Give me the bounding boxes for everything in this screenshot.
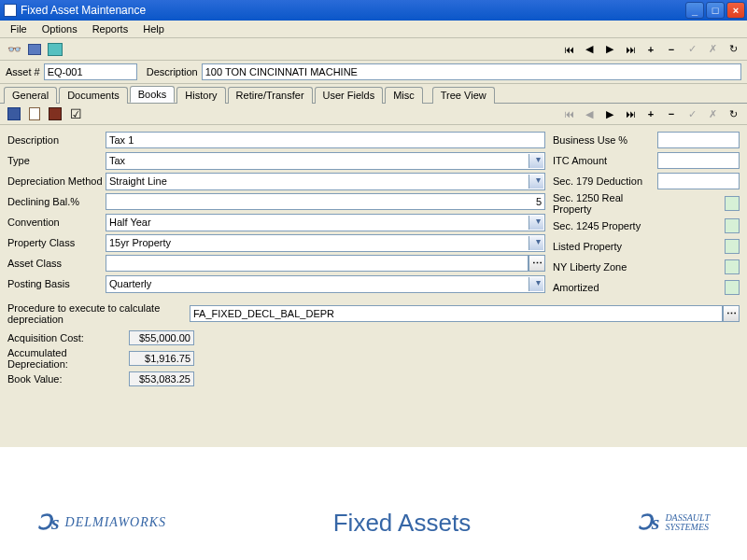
search-icon[interactable] <box>5 41 23 58</box>
field-description[interactable] <box>106 132 545 148</box>
sub-nav-refresh[interactable] <box>724 105 742 122</box>
sheet-icon[interactable] <box>25 105 44 122</box>
label-description: Description <box>7 134 106 146</box>
books-form: Description Type Depreciation Method Dec… <box>0 125 747 447</box>
tab-misc[interactable]: Misc <box>385 87 423 104</box>
main-toolbar <box>0 38 747 61</box>
check-nylz[interactable] <box>725 259 740 274</box>
field-prop-class[interactable] <box>106 234 545 252</box>
field-dep-method[interactable] <box>106 173 545 190</box>
field-declining[interactable] <box>106 193 545 210</box>
nav-cancel-button[interactable] <box>703 41 722 58</box>
tab-books[interactable]: Books <box>130 86 176 103</box>
label-declining: Declining Bal.% <box>7 196 106 207</box>
sub-nav-add[interactable] <box>641 105 660 122</box>
ds-logo-left: Ɔs <box>37 511 60 535</box>
nav-delete-button[interactable] <box>662 41 681 58</box>
nav-first-button[interactable] <box>559 41 578 58</box>
sub-nav-cancel[interactable] <box>703 105 722 122</box>
tab-documents[interactable]: Documents <box>59 87 128 104</box>
menu-reports[interactable]: Reports <box>85 21 136 36</box>
label-prop-class: Property Class <box>7 237 106 248</box>
menu-file[interactable]: File <box>3 21 35 36</box>
footer: Ɔs DELMIAWORKS Fixed Assets Ɔs DASSAULTS… <box>0 485 747 560</box>
sub-nav-prev[interactable] <box>580 105 599 122</box>
label-posting-basis: Posting Basis <box>7 278 106 289</box>
tab-general[interactable]: General <box>4 87 57 104</box>
sub-nav-delete[interactable] <box>662 105 681 122</box>
check-listed[interactable] <box>725 239 740 254</box>
asset-desc-input[interactable] <box>202 63 741 80</box>
label-s179: Sec. 179 Deduction <box>553 175 657 187</box>
brand-dassault: Ɔs DASSAULTSYSTEMES <box>638 511 710 535</box>
field-biz-use[interactable] <box>657 132 740 148</box>
field-convention[interactable] <box>106 214 545 231</box>
label-listed: Listed Property <box>553 241 657 252</box>
save-icon[interactable] <box>5 105 23 122</box>
nav-prev-button[interactable] <box>580 41 599 58</box>
label-amort: Amortized <box>553 282 657 293</box>
tab-history[interactable]: History <box>176 87 225 104</box>
field-itc[interactable] <box>657 152 740 169</box>
checkbox-icon[interactable] <box>66 105 85 122</box>
calendar-icon[interactable] <box>25 41 44 58</box>
field-asset-class[interactable] <box>106 255 529 272</box>
field-s179[interactable] <box>657 173 740 189</box>
menu-bar: File Options Reports Help <box>0 21 747 38</box>
asset-no-input[interactable] <box>44 63 137 80</box>
minimize-button[interactable]: _ <box>685 2 704 19</box>
label-acq-cost: Acquisition Cost: <box>7 332 129 343</box>
sub-nav-last[interactable] <box>621 105 640 122</box>
brand-delmiaworks: Ɔs DELMIAWORKS <box>37 511 166 535</box>
check-s1250[interactable] <box>725 196 740 211</box>
field-proc[interactable] <box>190 305 723 322</box>
asset-desc-label: Description <box>147 66 198 77</box>
close-button[interactable]: × <box>726 2 745 19</box>
sub-nav-first[interactable] <box>559 105 578 122</box>
label-s1250: Sec. 1250 Real Property <box>553 192 657 215</box>
books-sub-toolbar <box>0 104 747 125</box>
label-dep-method: Depreciation Method <box>7 175 106 187</box>
check-amort[interactable] <box>725 280 740 295</box>
label-asset-class: Asset Class <box>7 258 106 269</box>
menu-options[interactable]: Options <box>35 21 85 36</box>
chart-icon[interactable] <box>46 41 64 58</box>
nav-next-button[interactable] <box>600 41 619 58</box>
titlebar: Fixed Asset Maintenance _ □ × <box>0 0 747 21</box>
label-accum-depr: Accumulated Depreciation: <box>7 347 129 370</box>
asset-no-label: Asset # <box>6 66 40 77</box>
app-icon <box>4 4 17 17</box>
field-posting-basis[interactable] <box>106 275 545 293</box>
proc-lookup-button[interactable]: ⋯ <box>723 305 740 322</box>
nav-post-button[interactable] <box>683 41 701 58</box>
nav-add-button[interactable] <box>641 41 660 58</box>
label-biz-use: Business Use % <box>553 134 657 146</box>
value-acq-cost: $55,000.00 <box>129 330 194 345</box>
sub-nav-next[interactable] <box>600 105 619 122</box>
value-book-value: $53,083.25 <box>129 371 194 386</box>
window-title: Fixed Asset Maintenance <box>21 4 685 17</box>
label-itc: ITC Amount <box>553 155 657 166</box>
nav-refresh-button[interactable] <box>724 41 742 58</box>
label-convention: Convention <box>7 217 106 228</box>
nav-last-button[interactable] <box>621 41 640 58</box>
sub-nav-post[interactable] <box>683 105 701 122</box>
value-accum-depr: $1,916.75 <box>129 351 194 366</box>
ds-logo-right: Ɔs <box>638 511 660 535</box>
asset-class-lookup-button[interactable]: ⋯ <box>529 255 545 272</box>
label-s1245: Sec. 1245 Property <box>553 220 657 231</box>
label-nylz: NY Liberty Zone <box>553 261 657 273</box>
tab-user-fields[interactable]: User Fields <box>315 87 384 104</box>
label-type: Type <box>7 155 106 166</box>
check-s1245[interactable] <box>725 218 740 233</box>
maximize-button[interactable]: □ <box>706 2 725 19</box>
field-type[interactable] <box>106 152 545 170</box>
label-book-value: Book Value: <box>7 373 129 385</box>
tab-tree-view[interactable]: Tree View <box>432 87 495 104</box>
label-proc: Procedure to execute to calculate deprec… <box>7 302 190 325</box>
stamp-icon[interactable] <box>46 105 64 122</box>
menu-help[interactable]: Help <box>135 21 172 36</box>
page-title: Fixed Assets <box>333 509 471 538</box>
tabs-row: General Documents Books History Retire/T… <box>0 84 747 104</box>
tab-retire-transfer[interactable]: Retire/Transfer <box>228 87 313 104</box>
